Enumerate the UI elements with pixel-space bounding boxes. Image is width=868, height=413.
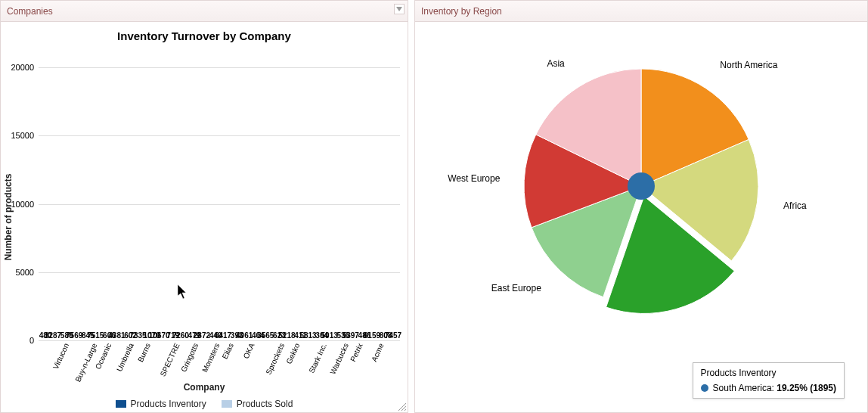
x-tick: Elias [209,340,230,378]
chevron-down-icon [396,7,402,11]
bar-value-label: 7260 [172,331,189,340]
legend-swatch-inventory [116,400,126,408]
legend-swatch-sold [222,400,232,408]
x-tick: Gekko [272,340,293,378]
dashboard: Companies Inventory Turnover by Company … [0,0,868,413]
pie-slice-label: North America [720,60,777,70]
panel-title: Companies [7,6,53,17]
tooltip-text: South America: 19.25% (1895) [713,383,836,393]
x-tick: SPECTRE [145,340,166,378]
x-axis-ticks: VirtuconBuy-n-LargeOceanicUmbrellaBurnsS… [39,340,400,378]
panel-header-companies: Companies [1,1,408,22]
bar-chart-title: Inventory Turnover by Company [1,30,408,42]
x-tick: Buy-n-Large [60,340,81,378]
x-tick: Acme [358,340,379,378]
x-tick: Umbrella [102,340,123,378]
resize-icon [398,403,406,411]
y-axis-label: Number of products [3,174,14,261]
bar-value-label: 3565 [257,331,274,340]
bar-value-label: 2872 [194,331,210,340]
bar-chart-legend: Products Inventory Products Sold [1,399,408,409]
x-tick: Monsters [188,340,209,378]
bar-value-label: 5218 [278,331,295,340]
y-tick-label: 5000 [16,268,34,277]
y-tick-label: 10000 [11,200,34,209]
tooltip-dot-icon [701,384,708,392]
y-tick-label: 0 [29,336,34,345]
pie-slice-label: Asia [547,58,564,69]
x-tick: Warbucks [315,340,336,378]
pie-center-dot [628,172,655,200]
bars-container: 4803287580756984575156064381602733510701… [39,67,400,340]
x-tick: Burns [124,340,145,378]
bar-value-label: 5397 [343,331,359,340]
bar-value-label: 3287 [45,331,61,340]
panel-menu-dropdown[interactable] [394,4,405,14]
x-tick: OKA [230,340,251,378]
y-tick-label: 20000 [11,63,34,72]
x-tick: Virtucon [39,340,60,378]
bar-value-label: 6159 [364,331,380,340]
bar-value-label: 7515 [87,331,104,340]
pie-tooltip: Products Inventory South America: 19.25%… [693,362,845,399]
x-axis-label: Company [1,382,408,393]
legend-label: Products Sold [237,399,293,409]
resize-handle[interactable] [398,403,406,411]
bar-value-label: 7569 [66,331,82,340]
bar-value-label: 5813 [299,331,316,340]
tooltip-row: South America: 19.25% (1895) [701,383,836,393]
panel-companies: Companies Inventory Turnover by Company … [0,0,408,413]
x-tick: Sprockets [251,340,272,378]
legend-label: Products Inventory [131,399,206,409]
x-tick: Gringotts [166,340,188,378]
pie-slice-label: Africa [783,200,807,211]
bar-value-label: 4381 [108,331,125,340]
x-tick: Oceanic [81,340,102,378]
x-tick: Petrix [336,340,358,378]
bar-value-label: 6417 [215,331,231,340]
legend-item-sold[interactable]: Products Sold [222,399,293,409]
panel-inventory-region: Inventory by Region North AmericaAfricaS… [414,0,868,413]
bar-value-label: 7457 [385,331,401,340]
y-tick-label: 15000 [11,131,34,140]
tooltip-title: Products Inventory [701,368,836,378]
bar-value-label: 4061 [236,331,253,340]
pie-chart-body: North AmericaAfricaSouth AmericaEast Eur… [415,1,867,412]
pie-slice-label: East Europe [491,283,541,293]
bar-chart-plot-area[interactable]: 0500010000150002000048032875807569845751… [39,67,400,340]
bar-chart-body: Inventory Turnover by Company Number of … [1,22,408,412]
pie-slice-label: West Europe [448,173,500,184]
bar-value-label: 5013 [321,331,338,340]
x-tick: Stark Inc. [294,340,315,378]
legend-item-inventory[interactable]: Products Inventory [116,399,206,409]
